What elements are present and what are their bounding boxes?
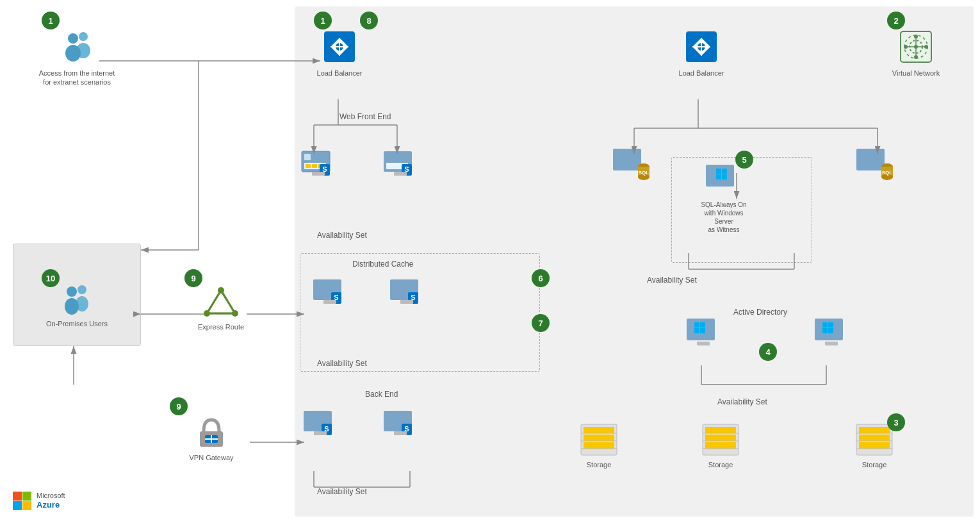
- vm-icon-1: S: [300, 147, 336, 178]
- svg-rect-107: [828, 328, 833, 333]
- svg-rect-53: [304, 154, 311, 160]
- vpn-gateway-icon: ↕ VPN Gateway: [176, 413, 247, 462]
- microsoft-label: Microsoft: [37, 492, 65, 500]
- vm-sql-icon-2: SQL: [855, 147, 894, 181]
- badge-8: 8: [360, 12, 378, 29]
- vm-ad-2: [810, 317, 855, 348]
- back-end-label: Back End: [365, 390, 398, 399]
- access-internet-icon: Access from the internet for extranet sc…: [35, 29, 118, 87]
- azure-logo: Microsoft Azure: [13, 492, 65, 510]
- svg-rect-56: [312, 164, 317, 168]
- virtual-network-label: Virtual Network: [892, 69, 940, 78]
- svg-text:SQL: SQL: [882, 170, 893, 176]
- svg-rect-101: [700, 328, 705, 333]
- svg-rect-104: [822, 322, 828, 328]
- people-icon: [59, 29, 95, 65]
- avail-set-cache: Availability Set: [317, 359, 367, 368]
- svg-rect-89: [722, 169, 727, 174]
- express-route-label: Express Route: [198, 322, 244, 331]
- azure-sq-red: [13, 492, 22, 501]
- badge-7: 7: [532, 314, 550, 332]
- onprem-users-svg: [59, 282, 95, 315]
- svg-rect-82: [613, 149, 641, 170]
- vm-ad-1: [679, 317, 730, 348]
- vm-sql-icon-1: SQL: [612, 147, 650, 181]
- svg-point-133: [65, 298, 79, 315]
- badge-10: 10: [42, 269, 60, 287]
- svg-marker-134: [207, 290, 235, 313]
- active-dir-label: Active Directory: [733, 308, 787, 317]
- svg-rect-88: [716, 169, 721, 174]
- badge-2: 2: [887, 12, 905, 29]
- load-balancer-2-icon: Load Balancer: [676, 29, 727, 78]
- svg-point-31: [68, 33, 78, 44]
- svg-rect-126: [859, 442, 890, 449]
- badge-1: 1: [314, 12, 332, 29]
- svg-point-132: [67, 286, 77, 297]
- vm-webfe-1: S: [296, 147, 341, 182]
- vm-cache-icon-2: S: [389, 276, 425, 306]
- avail-set-sql: Availability Set: [647, 276, 697, 285]
- svg-point-130: [78, 285, 86, 294]
- svg-rect-91: [722, 174, 727, 179]
- vm-backend-icon-2: S: [382, 407, 418, 438]
- vpn-gateway-label: VPN Gateway: [189, 453, 233, 462]
- azure-squares: [13, 492, 31, 510]
- load-balancer-1-label: Load Balancer: [317, 69, 363, 78]
- vm-sql-alwayson-icon: [705, 163, 743, 197]
- svg-line-140: [221, 290, 235, 313]
- svg-rect-55: [306, 164, 311, 168]
- avail-set-ad: Availability Set: [717, 397, 767, 406]
- azure-label: Azure: [37, 500, 65, 510]
- svg-rect-119: [705, 442, 736, 449]
- vpn-gateway-svg: ↕: [192, 413, 231, 449]
- virtual-network-icon: Virtual Network: [884, 29, 948, 78]
- diagram: 1 1 8 2 5 6 7 4 3 9 10 9: [0, 0, 980, 523]
- dist-cache-label: Distributed Cache: [352, 260, 413, 269]
- load-balancer-2-label: Load Balancer: [679, 69, 724, 78]
- onprem-users-label: On-Premises Users: [46, 319, 108, 328]
- vm-cache-icon-1: S: [312, 276, 348, 306]
- vm-sql-2: SQL: [849, 147, 900, 185]
- svg-rect-118: [705, 435, 736, 441]
- svg-rect-108: [825, 342, 838, 345]
- access-internet-label: Access from the internet for extranet sc…: [38, 69, 115, 87]
- vm-webfe-2: S: [378, 147, 423, 182]
- vm-ad-icon-2: [813, 317, 852, 348]
- vm-backend-2: S: [378, 407, 423, 438]
- avail-set-backend: Availability Set: [317, 487, 367, 496]
- azure-sq-yellow: [22, 501, 31, 510]
- vm-sql-1: SQL: [605, 147, 657, 185]
- svg-rect-117: [705, 427, 736, 433]
- vm-cache-2: S: [384, 276, 429, 306]
- azure-sq-blue: [13, 501, 22, 510]
- badge-3: 3: [887, 413, 905, 431]
- svg-rect-125: [859, 435, 890, 441]
- vm-sql-alwayson: SQL-Always Onwith Windows Serveras Witne…: [698, 163, 749, 234]
- badge-4: 4: [759, 343, 777, 361]
- svg-rect-90: [716, 174, 721, 179]
- svg-rect-73: [400, 300, 413, 304]
- vm-icon-2: S: [382, 147, 418, 178]
- vnet-icon: [898, 29, 934, 65]
- svg-rect-60: [312, 172, 325, 176]
- badge-5: 5: [735, 151, 753, 169]
- svg-rect-106: [822, 328, 828, 333]
- storage-icon-3: [855, 423, 894, 456]
- svg-rect-99: [700, 322, 705, 328]
- svg-rect-65: [394, 172, 407, 176]
- load-balancer-icon-2: [683, 29, 719, 65]
- badge-9b: 9: [170, 397, 188, 415]
- vm-backend-icon-1: S: [302, 407, 338, 438]
- svg-rect-105: [828, 322, 833, 328]
- storage-icon-2: [701, 423, 740, 456]
- distributed-cache-box: [300, 253, 540, 372]
- storage-1-icon: Storage: [573, 423, 625, 469]
- svg-point-29: [79, 32, 88, 41]
- load-balancer-1-icon: Load Balancer: [314, 29, 365, 78]
- web-front-end-label: Web Front End: [339, 112, 391, 121]
- storage-3-label: Storage: [862, 460, 887, 469]
- sql-alwayson-label: SQL-Always Onwith Windows Serveras Witne…: [698, 201, 749, 234]
- svg-rect-92: [856, 149, 885, 170]
- azure-text: Microsoft Azure: [37, 492, 65, 510]
